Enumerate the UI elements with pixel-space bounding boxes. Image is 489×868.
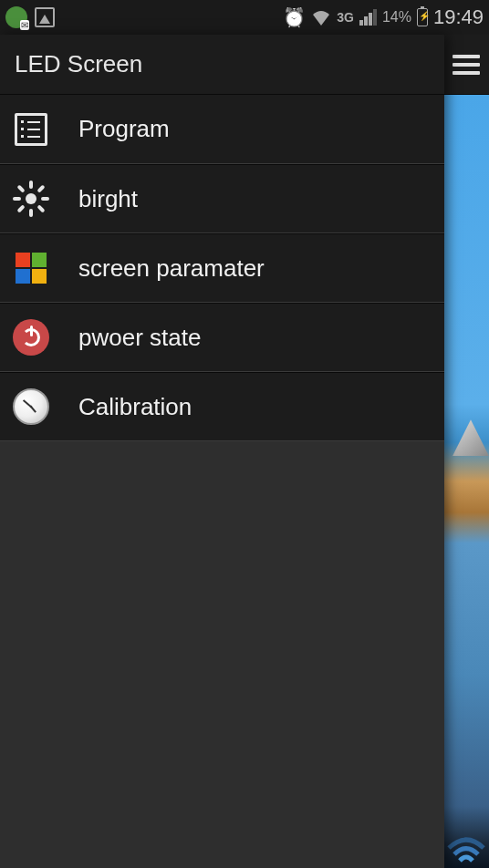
network-type: 3G	[337, 10, 354, 25]
signal-icon	[359, 9, 377, 26]
menu-label: screen paramater	[78, 254, 265, 283]
menu-list: Program birght screen paramater	[0, 95, 444, 441]
alarm-icon	[283, 6, 306, 28]
menu-item-power-state[interactable]: pwoer state	[0, 303, 444, 372]
battery-icon	[417, 8, 428, 26]
battery-percent: 14%	[382, 9, 411, 26]
menu-item-program[interactable]: Program	[0, 95, 444, 164]
menu-label: Program	[78, 115, 170, 143]
clock-icon	[11, 387, 51, 427]
menu-label: birght	[78, 185, 138, 213]
menu-item-bright[interactable]: birght	[0, 164, 444, 233]
menu-item-screen-parameter[interactable]: screen paramater	[0, 233, 444, 303]
power-icon	[11, 317, 51, 357]
menu-label: Calibration	[78, 393, 192, 421]
brightness-icon	[11, 179, 51, 219]
photo-notification-icon	[35, 7, 55, 27]
hamburger-menu-icon[interactable]	[453, 55, 480, 75]
navigation-drawer: LED Screen Program birght sc	[0, 35, 444, 868]
status-left-icons	[5, 6, 55, 28]
menu-item-calibration[interactable]: Calibration	[0, 372, 444, 441]
windows-icon	[11, 248, 51, 288]
drawer-empty-area	[0, 441, 444, 868]
status-time: 19:49	[433, 5, 484, 29]
wifi-status-icon	[447, 837, 485, 864]
wifi-icon	[311, 9, 331, 26]
status-bar: 3G 14% 19:49	[0, 0, 489, 35]
drawer-title: LED Screen	[0, 35, 444, 95]
status-right-icons: 3G 14% 19:49	[283, 5, 484, 29]
notification-icon	[5, 6, 27, 28]
menu-label: pwoer state	[78, 324, 201, 352]
mountain-graphic	[453, 419, 489, 456]
list-icon	[11, 109, 51, 150]
